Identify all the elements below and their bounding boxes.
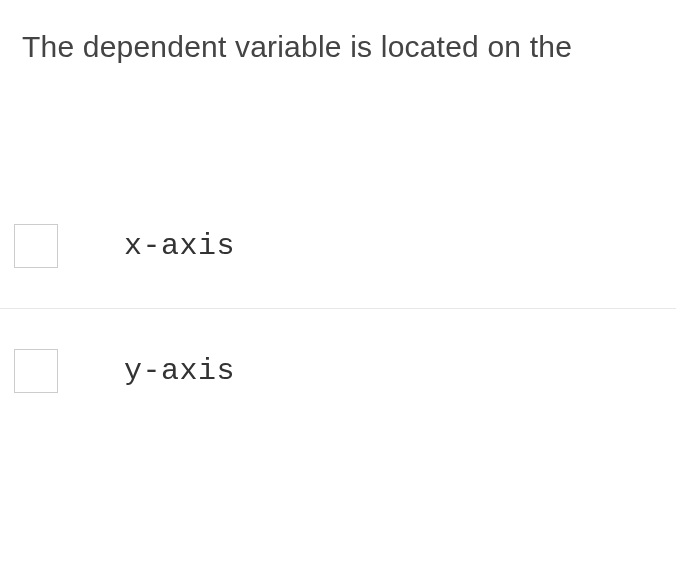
option-label: y-axis (124, 354, 235, 388)
option-row: y-axis (0, 309, 676, 433)
option-checkbox-x-axis[interactable] (14, 224, 58, 268)
option-checkbox-y-axis[interactable] (14, 349, 58, 393)
options-list: x-axis y-axis (0, 184, 676, 433)
question-text: The dependent variable is located on the (0, 0, 676, 74)
option-row: x-axis (0, 184, 676, 308)
option-label: x-axis (124, 229, 235, 263)
